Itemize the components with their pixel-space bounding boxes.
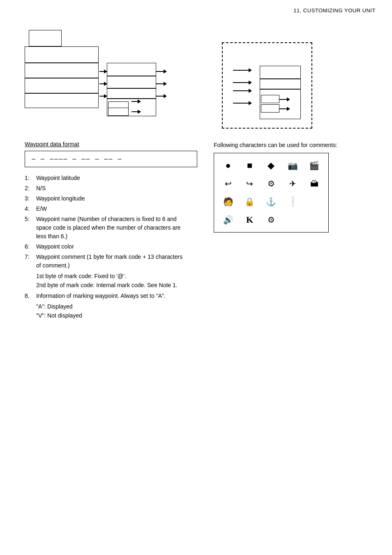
list-item-8b: "V": Not displayed <box>25 311 197 320</box>
symbols-box: ● ■ ◆ 📷 🎬 ↩ ↪ ⚙ ✈ 🏔 🧑 🔒 ⚓ ❕ <box>214 153 329 233</box>
symbol-right-arrow: ↪ <box>242 176 257 191</box>
arrow-1 <box>99 71 107 72</box>
symbols-grid: ● ■ ◆ 📷 🎬 ↩ ↪ ⚙ ✈ 🏔 🧑 🔒 ⚓ ❕ <box>219 158 323 227</box>
waypoint-right: Following characters can be used for com… <box>214 141 367 233</box>
list-item-7a: 1st byte of mark code: Fixed to '@'. <box>25 272 197 281</box>
symbol-mountain: 🏔 <box>307 176 322 191</box>
symbol-plane: ✈ <box>285 176 300 191</box>
list-item-5: 5: Waypoint name (Number of characters i… <box>25 215 197 241</box>
symbol-empty2 <box>285 212 300 227</box>
symbol-speaker: 🔊 <box>221 212 235 227</box>
symbol-empty3 <box>307 212 322 227</box>
list-item-6: 6: Waypoint color <box>25 242 197 251</box>
symbol-square: ■ <box>242 158 257 173</box>
arr-r3 <box>156 96 166 97</box>
inner-box-right <box>260 66 301 119</box>
symbol-exclamation: ❕ <box>285 194 300 209</box>
arrow-2 <box>99 83 107 84</box>
symbol-camera: 📷 <box>285 158 300 173</box>
symbol-left-arrow: ↩ <box>221 176 235 191</box>
list-item-1: 1: Waypoint latitude <box>25 174 197 182</box>
list-item-7: 7: Waypoint comment (1 byte for mark cod… <box>25 253 197 270</box>
darr4 <box>233 103 251 104</box>
symbol-settings: ⚙ <box>264 212 279 227</box>
symbol-circle: ● <box>221 158 235 173</box>
symbol-empty1 <box>307 194 322 209</box>
list-item-8a: "A": Displayed <box>25 302 197 311</box>
main-content: Waypoint data format — — ———— — —— — —— … <box>0 14 392 337</box>
comments-title: Following characters can be used for com… <box>214 141 367 150</box>
list-item-4: 4: E/W <box>25 205 197 213</box>
list-item-2: 2: N/S <box>25 184 197 193</box>
symbol-gear: ⚙ <box>264 176 279 191</box>
waypoint-title: Waypoint data format <box>25 141 197 147</box>
darr2 <box>233 82 251 83</box>
diagram-right <box>222 42 312 129</box>
symbol-person: 🧑 <box>221 194 235 209</box>
box-small-top <box>29 30 62 46</box>
arrow-3 <box>99 96 107 97</box>
symbol-video: 🎬 <box>307 158 322 173</box>
symbol-anchor: ⚓ <box>264 194 279 209</box>
list-item-3: 3: Waypoint longitude <box>25 194 197 203</box>
diagram-section <box>25 30 367 129</box>
arr-r1 <box>156 71 166 72</box>
darr3 <box>233 90 251 91</box>
page-header: 11. CUSTOMIZING YOUR UNIT <box>0 0 392 14</box>
arr-r2 <box>156 83 166 84</box>
waypoint-section: Waypoint data format — — ———— — —— — —— … <box>25 141 367 320</box>
symbol-lock: 🔒 <box>242 194 257 209</box>
diagram-left <box>25 30 214 120</box>
format-box: — — ———— — —— — —— — <box>25 151 197 167</box>
symbol-k: K <box>242 212 257 227</box>
header-title: 11. CUSTOMIZING YOUR UNIT <box>293 7 376 14</box>
list-item-8: 8. Information of marking waypoint. Alwa… <box>25 292 197 300</box>
list-item-7b: 2nd byte of mark code: Internal mark cod… <box>25 281 197 290</box>
box-middle <box>107 63 156 116</box>
waypoint-left: Waypoint data format — — ———— — —— — —— … <box>25 141 197 320</box>
box-large-left <box>25 46 99 108</box>
darr1 <box>233 70 251 71</box>
symbol-diamond: ◆ <box>264 158 279 173</box>
